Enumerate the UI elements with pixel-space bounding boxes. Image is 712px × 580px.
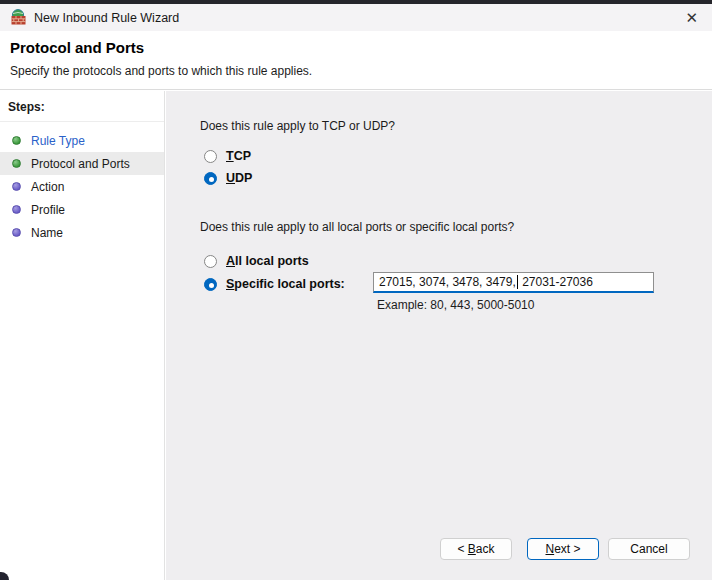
- text-caret: [517, 275, 518, 289]
- sidebar-item-name[interactable]: Name: [0, 221, 164, 244]
- window-title: New Inbound Rule Wizard: [34, 11, 179, 25]
- page-title: Protocol and Ports: [10, 39, 144, 56]
- sidebar-item-protocol-and-ports[interactable]: Protocol and Ports: [0, 152, 164, 175]
- titlebar[interactable]: New Inbound Rule Wizard ✕: [0, 4, 712, 31]
- steps-heading: Steps:: [0, 91, 164, 122]
- step-current-bullet-icon: [12, 159, 21, 168]
- step-upcoming-bullet-icon: [12, 228, 21, 237]
- step-label: Protocol and Ports: [31, 157, 130, 171]
- radio-specific-ports-label: Specific local ports:: [226, 277, 345, 291]
- back-button[interactable]: < Back: [440, 538, 512, 560]
- radio-circle-icon[interactable]: [204, 255, 217, 268]
- firewall-icon: [10, 9, 27, 26]
- sidebar-item-profile[interactable]: Profile: [0, 198, 164, 221]
- step-label: Action: [31, 180, 64, 194]
- next-button[interactable]: Next >: [527, 538, 599, 560]
- step-upcoming-bullet-icon: [12, 205, 21, 214]
- sidebar-item-action[interactable]: Action: [0, 175, 164, 198]
- wizard-window: New Inbound Rule Wizard ✕ Protocol and P…: [0, 0, 712, 580]
- radio-tcp[interactable]: TCP: [204, 148, 251, 164]
- close-icon[interactable]: ✕: [685, 10, 698, 25]
- input-text-before-caret: 27015, 3074, 3478, 3479,: [379, 275, 516, 289]
- radio-udp-label: UDP: [226, 171, 252, 185]
- steps-sidebar: Steps: Rule Type Protocol and Ports Acti…: [0, 91, 165, 580]
- radio-circle-icon[interactable]: [204, 150, 217, 163]
- specific-ports-input[interactable]: 27015, 3074, 3478, 3479, 27031-27036: [373, 272, 654, 293]
- radio-tcp-label: TCP: [226, 149, 251, 163]
- sidebar-item-rule-type[interactable]: Rule Type: [0, 129, 164, 152]
- step-label: Name: [31, 226, 63, 240]
- radio-circle-selected-icon[interactable]: [204, 172, 217, 185]
- input-text-after-caret: 27031-27036: [519, 275, 593, 289]
- step-completed-bullet-icon: [12, 136, 21, 145]
- wizard-header: Protocol and Ports Specify the protocols…: [0, 31, 712, 90]
- cancel-button[interactable]: Cancel: [608, 538, 690, 560]
- step-label: Profile: [31, 203, 65, 217]
- step-label: Rule Type: [31, 134, 85, 148]
- radio-all-local-ports[interactable]: All local ports: [204, 253, 309, 269]
- question-ports: Does this rule apply to all local ports …: [200, 220, 514, 234]
- radio-udp[interactable]: UDP: [204, 170, 252, 186]
- step-upcoming-bullet-icon: [12, 182, 21, 191]
- ports-example-text: Example: 80, 443, 5000-5010: [377, 298, 534, 312]
- radio-specific-local-ports[interactable]: Specific local ports:: [204, 276, 345, 292]
- question-protocol: Does this rule apply to TCP or UDP?: [200, 119, 395, 133]
- radio-all-ports-label: All local ports: [226, 254, 309, 268]
- radio-circle-selected-icon[interactable]: [204, 278, 217, 291]
- main-panel: Does this rule apply to TCP or UDP? TCP …: [166, 91, 712, 580]
- page-subtitle: Specify the protocols and ports to which…: [10, 64, 312, 78]
